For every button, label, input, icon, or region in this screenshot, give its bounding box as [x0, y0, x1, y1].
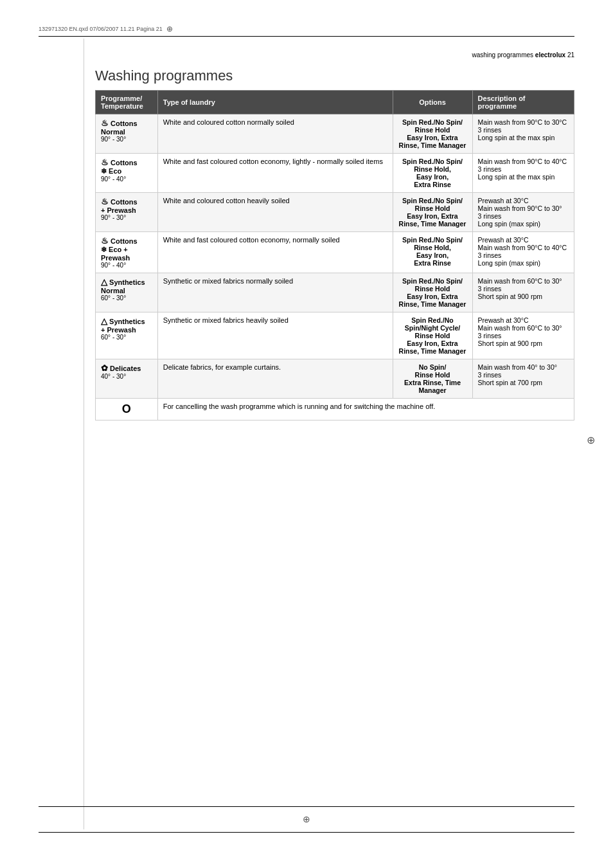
options-cell: Spin Red./No Spin/Rinse HoldEasy Iron, E… [393, 193, 472, 232]
washing-programmes-table: Programme/Temperature Type of laundry Op… [95, 90, 574, 420]
col-header-programme: Programme/Temperature [96, 91, 158, 114]
laundry-cell: Synthetic or mixed fabrics normally soil… [157, 273, 393, 312]
right-crosshair: ⊕ [587, 434, 595, 446]
laundry-cell: White and fast coloured cotton economy, … [157, 154, 393, 193]
description-cell: Main wash from 60°C to 30°3 rinsesShort … [472, 273, 574, 312]
options-cell: Spin Red./No Spin/Rinse HoldEasy Iron, E… [393, 114, 472, 154]
programme-cell: △ Synthetics+ Prewash60° - 30° [96, 312, 158, 359]
top-right-label: washing programmes electrolux 21 [472, 51, 574, 59]
programme-cell: O [96, 399, 158, 420]
description-cell: Main wash from 90°C to 40°C3 rinsesLong … [472, 154, 574, 193]
laundry-cell: White and fast coloured cotton economy, … [157, 232, 393, 273]
table-row: ♨ Cottons+ Prewash90° - 30°White and col… [96, 193, 574, 232]
section-label: washing programmes electrolux 21 [472, 51, 574, 59]
table-row: OFor cancelling the wash programme which… [96, 399, 574, 420]
footer-bottom-line [39, 832, 574, 833]
page-number: 21 [567, 51, 574, 59]
col-header-laundry: Type of laundry [157, 91, 393, 114]
left-margin-line [84, 39, 84, 829]
file-info-text: 132971320 EN.qxd 07/06/2007 11.21 Pagina… [39, 26, 163, 32]
options-cell: Spin Red./No Spin/Rinse Hold,Easy Iron,E… [393, 154, 472, 193]
laundry-cell: White and coloured cotton heavily soiled [157, 193, 393, 232]
table-row: ♨ CottonsNormal90° - 30°White and colour… [96, 114, 574, 154]
table-header-row: Programme/Temperature Type of laundry Op… [96, 91, 574, 114]
programme-cell: ♨ Cottons+ Prewash90° - 30° [96, 193, 158, 232]
table-row: ✿ Delicates40° - 30°Delicate fabrics, fo… [96, 359, 574, 399]
programme-cell: △ SyntheticsNormal60° - 30° [96, 273, 158, 312]
laundry-cell: White and coloured cotton normally soile… [157, 114, 393, 154]
table-row: △ Synthetics+ Prewash60° - 30°Synthetic … [96, 312, 574, 359]
file-info: 132971320 EN.qxd 07/06/2007 11.21 Pagina… [39, 24, 574, 33]
table-row: ♨ Cottons❄ Eco90° - 40°White and fast co… [96, 154, 574, 193]
washing-programmes-label: washing programmes [472, 51, 533, 59]
header-crosshair [166, 24, 175, 33]
description-cell: Main wash from 40° to 30°3 rinsesShort s… [472, 359, 574, 399]
table-row: ♨ Cottons❄ Eco +Prewash90° - 40°White an… [96, 232, 574, 273]
options-cell: Spin Red./NoSpin/Night Cycle/Rinse HoldE… [393, 312, 472, 359]
col-header-options: Options [393, 91, 472, 114]
page-header: 132971320 EN.qxd 07/06/2007 11.21 Pagina… [39, 24, 574, 37]
description-cell: Prewash at 30°CMain wash from 60°C to 30… [472, 312, 574, 359]
laundry-cell: Synthetic or mixed fabrics heavily soile… [157, 312, 393, 359]
table-row: △ SyntheticsNormal60° - 30°Synthetic or … [96, 273, 574, 312]
description-cell: Prewash at 30°CMain wash from 90°C to 30… [472, 193, 574, 232]
options-cell: Spin Red./No Spin/Rinse Hold,Easy Iron,E… [393, 232, 472, 273]
options-cell: No Spin/Rinse HoldExtra Rinse, TimeManag… [393, 359, 472, 399]
programme-cell: ✿ Delicates40° - 30° [96, 359, 158, 399]
programme-cell: ♨ Cottons❄ Eco +Prewash90° - 40° [96, 232, 158, 273]
options-cell: Spin Red./No Spin/Rinse HoldEasy Iron, E… [393, 273, 472, 312]
col-header-description: Description ofprogramme [472, 91, 574, 114]
programme-cell: ♨ Cottons❄ Eco90° - 40° [96, 154, 158, 193]
page-title: Washing programmes [95, 68, 233, 84]
footer-crosshair: ⊕ [303, 814, 310, 824]
programme-cell: ♨ CottonsNormal90° - 30° [96, 114, 158, 154]
description-cell: Prewash at 30°CMain wash from 90°C to 40… [472, 232, 574, 273]
footer-top-line [39, 806, 574, 807]
description-cell: Main wash from 90°C to 30°C3 rinsesLong … [472, 114, 574, 154]
main-table-container: Programme/Temperature Type of laundry Op… [95, 90, 574, 420]
brand-label: electrolux [535, 51, 565, 59]
laundry-cell: Delicate fabrics, for example curtains. [157, 359, 393, 399]
laundry-cell: For cancelling the wash programme which … [157, 399, 574, 420]
